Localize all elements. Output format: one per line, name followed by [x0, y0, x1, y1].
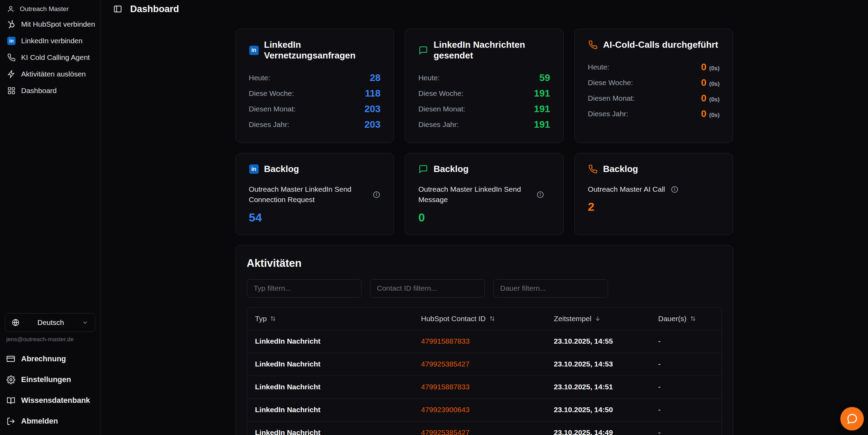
- column-header-dauer[interactable]: Dauer(s): [650, 308, 722, 330]
- stat-label: Dieses Jahr:: [418, 120, 459, 129]
- filter-typ-input[interactable]: [247, 279, 361, 298]
- sort-icon[interactable]: [270, 315, 276, 322]
- table-row[interactable]: LinkedIn Nachricht 479915887833 23.10.20…: [247, 330, 722, 353]
- message-icon: [418, 45, 428, 55]
- stat-label: Diese Woche:: [418, 89, 463, 98]
- cell-dauer: -: [650, 421, 722, 435]
- stat-row: Heute: 28: [249, 70, 381, 85]
- page-title: Dashboard: [130, 4, 179, 15]
- stat-card-linkedin-messages: LinkedIn Nachrichten gesendet Heute: 59 …: [405, 29, 564, 143]
- cell-contact-id-link[interactable]: 479923900643: [413, 398, 546, 421]
- sidebar-item-billing[interactable]: Abrechnung: [0, 349, 100, 369]
- cell-dauer: -: [650, 353, 722, 375]
- sort-desc-icon[interactable]: [594, 315, 601, 322]
- activities-table: Typ HubSpot Contact ID: [247, 307, 722, 435]
- language-selector[interactable]: Deutsch: [5, 313, 95, 332]
- sidebar-nav: Mit HubSpot verbinden in LinkedIn verbin…: [0, 16, 100, 99]
- stat-value: 203: [364, 103, 381, 115]
- sidebar-item-ki-cold-calling[interactable]: KI Cold Calling Agent: [3, 49, 97, 66]
- cell-typ: LinkedIn Nachricht: [247, 353, 413, 375]
- sidebar-spacer: [0, 99, 100, 313]
- sidebar-item-label: LinkedIn verbinden: [21, 37, 82, 45]
- stat-label: Heute:: [588, 63, 609, 71]
- footer-item-label: Einstellungen: [21, 375, 71, 384]
- backlog-card-linkedin-message: Backlog Outreach Master LinkedIn Send Me…: [405, 153, 564, 235]
- filter-dauer-input[interactable]: [493, 279, 608, 298]
- table-row[interactable]: LinkedIn Nachricht 479925385427 23.10.20…: [247, 353, 722, 375]
- column-header-zeitstempel[interactable]: Zeitstempel: [546, 308, 650, 330]
- sidebar-item-knowledge-base[interactable]: Wissensdatenbank: [0, 391, 100, 410]
- stat-label: Diese Woche:: [249, 89, 294, 98]
- stat-value: 59: [539, 72, 550, 83]
- stat-suffix: (0s): [709, 65, 719, 72]
- sidebar-item-linkedin[interactable]: in LinkedIn verbinden: [3, 33, 97, 49]
- user-email: jens@outreach-master.de: [0, 334, 100, 348]
- stat-label: Diesen Monat:: [249, 105, 296, 113]
- table-row[interactable]: LinkedIn Nachricht 479915887833 23.10.20…: [247, 375, 722, 398]
- activities-title: Aktivitäten: [247, 257, 722, 270]
- stat-suffix: (0s): [709, 112, 719, 119]
- backlog-description: Outreach Master AI Call: [588, 184, 665, 194]
- column-header-typ[interactable]: Typ: [247, 308, 413, 330]
- sidebar-item-settings[interactable]: Einstellungen: [0, 370, 100, 389]
- stat-card-title: LinkedIn Vernetzungsanfragen: [264, 39, 381, 61]
- activities-filters: [247, 279, 722, 298]
- stat-value: 191: [534, 103, 550, 115]
- stat-cards-row: in LinkedIn Vernetzungsanfragen Heute: 2…: [235, 29, 733, 143]
- user-icon: [7, 5, 15, 13]
- filter-contact-id-input[interactable]: [370, 279, 485, 298]
- column-header-contact-id[interactable]: HubSpot Contact ID: [413, 308, 546, 330]
- sidebar-item-label: KI Cold Calling Agent: [21, 53, 90, 62]
- stat-label: Dieses Jahr:: [249, 120, 289, 129]
- backlog-card-title: Backlog: [264, 164, 299, 174]
- table-row[interactable]: LinkedIn Nachricht 479923900643 23.10.20…: [247, 398, 722, 421]
- stat-label: Diesen Monat:: [588, 94, 635, 102]
- cell-contact-id-link[interactable]: 479925385427: [413, 353, 546, 375]
- info-icon[interactable]: [671, 185, 679, 193]
- sidebar-item-hubspot[interactable]: Mit HubSpot verbinden: [3, 16, 97, 33]
- language-selected-value: Deutsch: [24, 318, 78, 327]
- sidebar-item-label: Dashboard: [21, 87, 57, 95]
- stat-row: Heute: 0(0s): [588, 59, 720, 75]
- stat-row: Heute: 59: [418, 70, 550, 85]
- stat-row: Diesen Monat: 0(0s): [588, 90, 720, 106]
- stat-row: Dieses Jahr: 0(0s): [588, 106, 720, 121]
- cell-dauer: -: [650, 375, 722, 398]
- stat-value: 0(0s): [701, 93, 720, 104]
- message-icon: [418, 164, 428, 174]
- info-icon[interactable]: [536, 190, 545, 199]
- sort-icon[interactable]: [690, 315, 696, 322]
- sidebar-item-trigger-activities[interactable]: Aktivitäten auslösen: [3, 66, 97, 82]
- table-row[interactable]: LinkedIn Nachricht 479925385427 23.10.20…: [247, 421, 722, 435]
- chat-fab-button[interactable]: [840, 407, 864, 431]
- stat-label: Dieses Jahr:: [588, 110, 628, 118]
- top-bar: Dashboard: [100, 0, 868, 18]
- stat-label: Diese Woche:: [588, 79, 633, 87]
- hubspot-icon: [7, 20, 16, 29]
- stat-card-linkedin-connections: in LinkedIn Vernetzungsanfragen Heute: 2…: [235, 29, 394, 143]
- book-icon: [6, 396, 15, 405]
- backlog-description: Outreach Master LinkedIn Send Connection…: [249, 184, 367, 205]
- dashboard-content: in LinkedIn Vernetzungsanfragen Heute: 2…: [235, 29, 733, 435]
- backlog-value: 54: [249, 211, 381, 224]
- sort-icon[interactable]: [489, 315, 495, 322]
- stat-card-ai-cold-calls: AI-Cold-Calls durchgeführt Heute: 0(0s) …: [574, 29, 733, 143]
- linkedin-icon: in: [249, 164, 259, 174]
- cell-contact-id-link[interactable]: 479915887833: [413, 375, 546, 398]
- stat-row: Diesen Monat: 191: [418, 101, 550, 117]
- activities-card: Aktivitäten Typ: [235, 245, 733, 435]
- stat-value: 203: [364, 119, 381, 130]
- sidebar-item-dashboard[interactable]: Dashboard: [3, 82, 97, 99]
- stat-value: 118: [365, 88, 381, 99]
- sidebar-toggle-button[interactable]: [113, 4, 123, 14]
- sidebar-item-outreach-master[interactable]: Outreach Master: [3, 2, 97, 16]
- info-icon[interactable]: [372, 190, 381, 199]
- main-area: Dashboard in LinkedIn Vernetzungsanfrage…: [100, 0, 868, 435]
- cell-contact-id-link[interactable]: 479915887833: [413, 330, 546, 353]
- cell-timestamp: 23.10.2025, 14:50: [546, 398, 650, 421]
- sidebar-item-logout[interactable]: Abmelden: [0, 411, 100, 431]
- cell-contact-id-link[interactable]: 479925385427: [413, 421, 546, 435]
- dashboard-grid-icon: [7, 86, 16, 95]
- backlog-card-title: Backlog: [433, 164, 468, 174]
- cell-timestamp: 23.10.2025, 14:49: [546, 421, 650, 435]
